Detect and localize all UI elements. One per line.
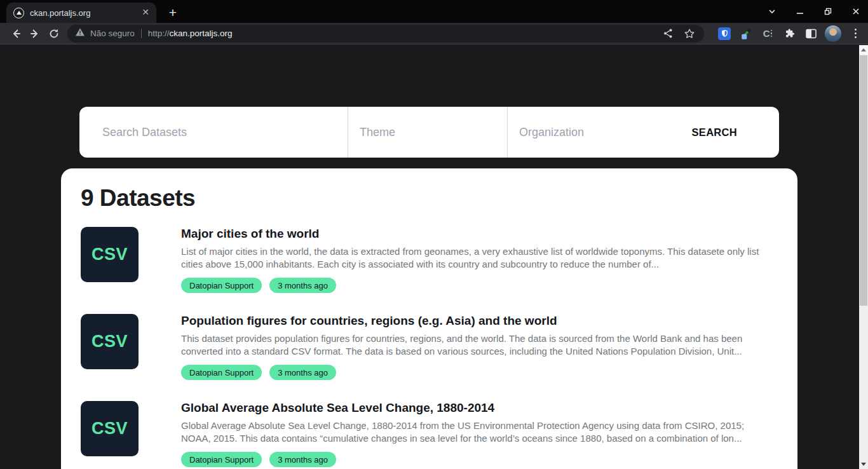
theme-input[interactable]	[360, 126, 498, 139]
tab-title: ckan.portaljs.org	[30, 8, 140, 18]
dataset-badge[interactable]: 3 months ago	[269, 278, 336, 293]
tab-close-icon[interactable]: ✕	[140, 7, 151, 18]
share-icon[interactable]	[661, 27, 675, 41]
csv-format-icon: CSV	[81, 227, 139, 282]
csv-format-icon: CSV	[81, 401, 139, 456]
page-content: SEARCH 9 Datasets CSV Major cities of th…	[0, 45, 868, 469]
omnibox-divider	[141, 29, 142, 38]
back-icon[interactable]	[6, 25, 25, 43]
browser-tab[interactable]: ckan.portaljs.org ✕	[6, 3, 156, 23]
close-button[interactable]	[849, 4, 863, 18]
search-datasets-input[interactable]	[102, 126, 339, 139]
scroll-up-button[interactable]	[859, 45, 868, 55]
side-panel-icon[interactable]	[803, 26, 818, 41]
theme-field[interactable]	[348, 107, 507, 158]
dataset-title[interactable]: Major cities of the world	[181, 227, 776, 241]
scrollbar-thumb[interactable]	[860, 55, 867, 306]
dataset-badge[interactable]: Datopian Support	[181, 365, 262, 380]
dataset-title[interactable]: Population figures for countries, region…	[181, 314, 776, 328]
color-picker-extension-icon[interactable]	[738, 26, 754, 41]
dataset-badge[interactable]: 3 months ago	[269, 452, 336, 467]
window-controls	[765, 0, 863, 23]
dataset-badge[interactable]: Datopian Support	[181, 452, 262, 467]
warning-triangle-icon[interactable]	[75, 27, 85, 39]
results-card: 9 Datasets CSV Major cities of the world…	[61, 168, 797, 469]
profile-avatar[interactable]	[825, 25, 841, 42]
bitwarden-extension-icon[interactable]	[717, 26, 732, 41]
url-scheme: http://	[148, 29, 170, 38]
dataset-description: List of major cities in the world, the d…	[181, 245, 776, 271]
dataset-badge[interactable]: 3 months ago	[269, 365, 336, 380]
browser-toolbar: Não seguro http://ckan.portaljs.org C	[0, 23, 868, 44]
csv-format-icon: CSV	[81, 314, 139, 369]
dataset-list-item: CSV Global Average Absolute Sea Level Ch…	[61, 401, 797, 467]
scroll-down-button[interactable]	[859, 459, 868, 469]
security-label[interactable]: Não seguro	[90, 29, 135, 38]
badge-row: Datopian Support3 months ago	[181, 365, 776, 380]
dataset-description: Global Average Absolute Sea Level Change…	[181, 419, 776, 445]
dataset-list-item: CSV Population figures for countries, re…	[61, 314, 797, 380]
site-favicon-icon	[13, 8, 24, 18]
dataset-body: Global Average Absolute Sea Level Change…	[181, 401, 776, 467]
dataset-description: This dataset provides population figures…	[181, 332, 776, 358]
forward-icon[interactable]	[25, 25, 44, 43]
search-button[interactable]: SEARCH	[692, 126, 737, 139]
badge-row: Datopian Support3 months ago	[181, 452, 776, 467]
kebab-menu-icon[interactable]	[848, 26, 863, 41]
bookmark-star-icon[interactable]	[682, 27, 696, 41]
search-datasets-field[interactable]	[79, 107, 348, 158]
url-host: ckan.portaljs.org	[170, 29, 233, 38]
new-tab-button[interactable]: +	[164, 4, 182, 22]
reload-icon[interactable]	[44, 25, 64, 43]
address-bar[interactable]: Não seguro http://ckan.portaljs.org	[67, 25, 704, 43]
dataset-search-bar: SEARCH	[79, 107, 779, 158]
dataset-badge[interactable]: Datopian Support	[181, 278, 262, 293]
extensions-puzzle-icon[interactable]	[782, 26, 797, 41]
dataset-list: CSV Major cities of the world List of ma…	[61, 227, 797, 469]
results-heading: 9 Datasets	[81, 185, 797, 212]
minimize-button[interactable]	[793, 4, 807, 18]
colorzilla-extension-icon[interactable]: C	[760, 26, 775, 41]
chevron-down-icon[interactable]	[765, 4, 779, 18]
browser-window: ckan.portaljs.org ✕ +	[0, 0, 868, 469]
dataset-title[interactable]: Global Average Absolute Sea Level Change…	[181, 401, 776, 415]
badge-row: Datopian Support3 months ago	[181, 278, 776, 293]
url-text: http://ckan.portaljs.org	[148, 29, 233, 38]
page-scrollbar[interactable]	[859, 45, 868, 469]
organization-input[interactable]	[519, 126, 683, 139]
organization-field[interactable]	[508, 107, 692, 158]
dataset-body: Major cities of the world List of major …	[181, 227, 776, 293]
dataset-list-item: CSV Major cities of the world List of ma…	[61, 227, 797, 293]
restore-button[interactable]	[821, 4, 835, 18]
tab-strip: ckan.portaljs.org ✕ +	[0, 0, 868, 23]
dataset-body: Population figures for countries, region…	[181, 314, 776, 380]
